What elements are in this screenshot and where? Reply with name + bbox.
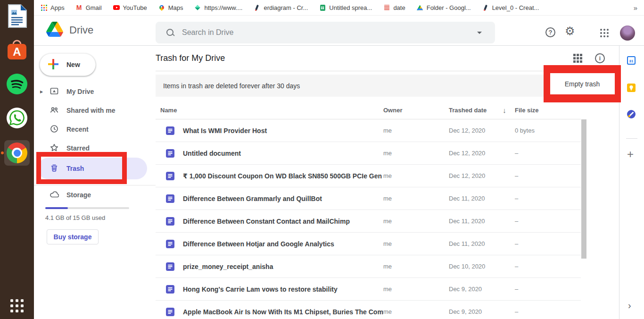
trash-icon bbox=[50, 163, 59, 174]
file-size: – bbox=[515, 218, 581, 225]
help-button[interactable]: ? bbox=[545, 27, 555, 37]
sidebar-item-recent[interactable]: Recent bbox=[34, 120, 156, 139]
bookmark-item[interactable]: Maps bbox=[158, 4, 183, 11]
bookmark-item[interactable]: Level_0 - Creat... bbox=[482, 4, 539, 11]
bookmark-item[interactable]: erdiagram - Cr... bbox=[254, 4, 308, 11]
get-addons-plus-icon[interactable]: + bbox=[627, 149, 634, 160]
file-name: ₹ 1,000 Discount Coupon On WD Black SN85… bbox=[183, 172, 383, 180]
search-icon[interactable] bbox=[166, 28, 174, 37]
file-trashed-date: Dec 9, 2020 bbox=[449, 308, 515, 315]
sidebar-item-my-drive[interactable]: ▶ My Drive bbox=[34, 82, 156, 101]
file-name: Untitled document bbox=[183, 150, 241, 157]
google-docs-icon bbox=[166, 308, 174, 316]
google-keep-icon[interactable] bbox=[627, 84, 636, 92]
bookmark-item[interactable]: https://www.... bbox=[194, 4, 242, 11]
dock-google-chrome[interactable] bbox=[4, 140, 30, 166]
file-size: – bbox=[515, 308, 581, 315]
search-bar bbox=[156, 22, 495, 43]
table-row[interactable]: Difference Between Constant Contact and … bbox=[156, 210, 581, 233]
grid-view-icon[interactable] bbox=[573, 54, 582, 63]
column-header-owner[interactable]: Owner bbox=[383, 107, 449, 114]
bookmark-item[interactable]: date bbox=[383, 4, 405, 11]
shared-with-me-icon bbox=[50, 105, 59, 116]
youtube-icon bbox=[113, 4, 120, 11]
bookmarks-bar: Apps Gmail YouTube Maps https://www.... … bbox=[34, 0, 644, 16]
account-avatar[interactable] bbox=[620, 25, 635, 41]
page-title: Trash for My Drive bbox=[156, 53, 225, 63]
sidebar-item-label: Recent bbox=[66, 126, 89, 133]
page-icon bbox=[383, 4, 390, 11]
file-owner: me bbox=[383, 195, 449, 202]
sidebar-item-storage[interactable]: Storage bbox=[34, 185, 156, 204]
bookmark-item[interactable]: Folder - Googl... bbox=[417, 4, 471, 11]
table-row[interactable]: Difference Between Hotjar and Google Ana… bbox=[156, 233, 581, 255]
storage-usage-text: 4.1 GB of 15 GB used bbox=[45, 214, 156, 221]
file-size: – bbox=[515, 240, 581, 247]
sidebar-item-shared-with-me[interactable]: Shared with me bbox=[34, 101, 156, 120]
bookmark-item[interactable]: Gmail bbox=[76, 4, 102, 11]
creately-icon bbox=[482, 4, 489, 11]
column-header-name[interactable]: Name bbox=[156, 107, 383, 114]
bookmark-label: date bbox=[393, 4, 405, 11]
search-options-caret-icon[interactable] bbox=[477, 32, 482, 34]
sort-descending-arrow-icon[interactable]: ↓ bbox=[503, 106, 506, 114]
file-trashed-date: Dec 12, 2020 bbox=[449, 127, 515, 134]
file-name: Apple MacBook Air Is Now With Its M1 Chi… bbox=[183, 308, 383, 316]
info-icon[interactable]: i bbox=[595, 53, 605, 63]
file-name: Difference Between Grammarly and QuillBo… bbox=[183, 195, 322, 202]
bookmark-label: erdiagram - Cr... bbox=[264, 4, 308, 11]
table-row[interactable]: What Is WMI Provider Host me Dec 12, 202… bbox=[156, 119, 581, 142]
drive-logo[interactable]: Drive bbox=[46, 22, 93, 39]
gmail-icon bbox=[76, 4, 83, 11]
table-row[interactable]: prize_money_receipt_anisha me Dec 10, 20… bbox=[156, 255, 581, 278]
file-trashed-date: Dec 9, 2020 bbox=[449, 285, 515, 293]
settings-gear-icon[interactable]: ⚙ bbox=[565, 25, 575, 37]
libreoffice-writer-icon bbox=[7, 4, 27, 30]
recent-clock-icon bbox=[50, 124, 59, 135]
file-name: What Is WMI Provider Host bbox=[183, 127, 267, 134]
svg-text:31: 31 bbox=[629, 59, 634, 63]
scrollbar-thumb[interactable] bbox=[581, 119, 586, 259]
search-input[interactable] bbox=[182, 28, 470, 37]
bookmarks-list: Apps Gmail YouTube Maps https://www.... … bbox=[41, 4, 539, 11]
file-trashed-date: Dec 11, 2020 bbox=[449, 195, 515, 202]
file-owner: me bbox=[383, 150, 449, 157]
table-row[interactable]: Untitled document me Dec 12, 2020 – bbox=[156, 142, 581, 165]
empty-trash-button[interactable]: Empty trash bbox=[550, 73, 615, 94]
google-apps-grid-icon[interactable] bbox=[600, 29, 609, 37]
table-row[interactable]: Difference Between Grammarly and QuillBo… bbox=[156, 187, 581, 210]
bookmark-item[interactable]: Untitled sprea... bbox=[319, 4, 372, 11]
side-panel-collapse-chevron-icon[interactable]: › bbox=[628, 301, 631, 310]
google-calendar-icon[interactable]: 31 bbox=[627, 56, 636, 65]
sidebar-item-trash[interactable]: Trash bbox=[38, 158, 147, 179]
drive-logo-icon bbox=[46, 22, 63, 39]
bookmark-item[interactable]: Apps bbox=[41, 4, 65, 11]
file-name: Difference Between Constant Contact and … bbox=[183, 218, 350, 225]
sidebar-item-starred[interactable]: Starred bbox=[34, 139, 156, 158]
storage-progress-bar bbox=[45, 207, 129, 209]
new-button[interactable]: New bbox=[40, 53, 96, 76]
apps-grid-icon bbox=[41, 4, 47, 11]
expand-caret-icon[interactable]: ▶ bbox=[40, 90, 43, 94]
bookmark-item[interactable]: YouTube bbox=[113, 4, 147, 11]
table-row[interactable]: Apple MacBook Air Is Now With Its M1 Chi… bbox=[156, 301, 581, 319]
bookmarks-overflow-chevron[interactable]: » bbox=[634, 4, 637, 12]
drive-header: Drive ? ⚙ bbox=[34, 16, 644, 46]
column-header-trashed-date[interactable]: Trashed date ↓ bbox=[449, 106, 515, 114]
trashed-date-label: Trashed date bbox=[449, 107, 487, 114]
google-docs-icon bbox=[166, 126, 174, 135]
dock-spotify[interactable] bbox=[4, 72, 30, 98]
show-applications-button[interactable] bbox=[10, 299, 24, 312]
table-row[interactable]: ₹ 1,000 Discount Coupon On WD Black SN85… bbox=[156, 165, 581, 187]
google-tasks-icon[interactable] bbox=[627, 110, 636, 118]
dock-ubuntu-software[interactable]: A bbox=[4, 38, 30, 64]
sidebar-item-label: Storage bbox=[66, 191, 91, 199]
table-row[interactable]: Hong Kong's Carrie Lam vows to restore s… bbox=[156, 278, 581, 301]
file-list: What Is WMI Provider Host me Dec 12, 202… bbox=[156, 119, 619, 319]
buy-storage-button[interactable]: Buy storage bbox=[47, 229, 99, 244]
file-size: – bbox=[515, 150, 581, 157]
dock-whatsapp[interactable] bbox=[4, 106, 30, 132]
column-header-file-size[interactable]: File size bbox=[515, 107, 581, 114]
drive-sidebar: New ▶ My Drive bbox=[34, 46, 156, 319]
dock-libreoffice-writer[interactable] bbox=[4, 4, 30, 30]
